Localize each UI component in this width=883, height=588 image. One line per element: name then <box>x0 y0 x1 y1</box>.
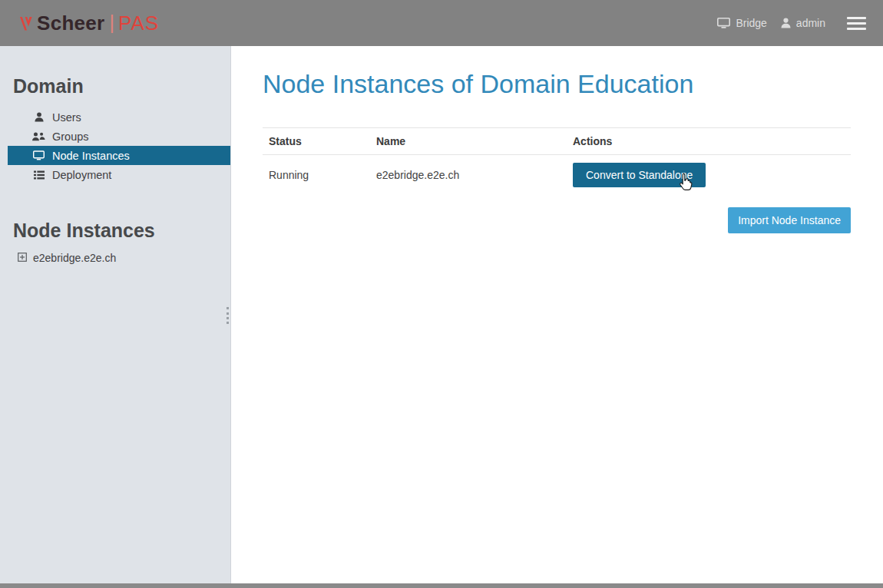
monitor-icon <box>32 150 45 160</box>
sidebar-item-groups[interactable]: Groups <box>8 127 230 146</box>
list-icon <box>32 170 45 180</box>
scheer-logo-icon <box>18 14 35 33</box>
monitor-icon <box>717 18 730 28</box>
tree-item-label: e2ebridge.e2e.ch <box>33 252 116 264</box>
column-header-name: Name <box>376 135 573 147</box>
import-button-row: Import Node Instance <box>263 207 851 233</box>
bridge-label: Bridge <box>736 17 766 29</box>
table-row: Running e2ebridge.e2e.ch Convert to Stan… <box>263 155 851 195</box>
column-header-actions: Actions <box>573 135 845 147</box>
user-icon <box>32 112 45 122</box>
sidebar-item-label: Groups <box>52 130 89 143</box>
sidebar-item-node-instances[interactable]: Node Instances <box>8 146 230 165</box>
column-header-status: Status <box>269 135 376 147</box>
node-instances-table: Status Name Actions Running e2ebridge.e2… <box>263 127 851 195</box>
bridge-menu[interactable]: Bridge <box>717 17 766 29</box>
scheer-pas-logo: Scheer | PAS <box>18 12 159 35</box>
sidebar-item-deployment[interactable]: Deployment <box>8 165 230 184</box>
main-content: Node Instances of Domain Education Statu… <box>231 46 883 583</box>
users-icon <box>32 132 45 141</box>
sidebar-resize-handle[interactable] <box>227 307 230 324</box>
sidebar-item-label: Users <box>52 111 81 124</box>
brand-product: PAS <box>118 12 159 35</box>
table-header-row: Status Name Actions <box>263 127 851 155</box>
sidebar-section-domain-title: Domain <box>13 75 230 97</box>
brand-divider: | <box>110 12 115 34</box>
user-menu[interactable]: admin <box>781 17 825 29</box>
main-layout: Domain Users Groups <box>0 46 883 583</box>
page-title: Node Instances of Domain Education <box>263 69 851 99</box>
username-label: admin <box>796 17 825 29</box>
sidebar-item-label: Deployment <box>52 169 111 181</box>
expand-plus-icon[interactable] <box>18 252 27 264</box>
convert-to-standalone-button[interactable]: Convert to Standalone <box>573 163 706 187</box>
sidebar-item-users[interactable]: Users <box>8 107 230 127</box>
top-header: Scheer | PAS Bridge admin <box>0 0 883 46</box>
sidebar: Domain Users Groups <box>0 46 231 583</box>
sidebar-section-node-instances-title: Node Instances <box>13 220 230 242</box>
tree-item-e2ebridge[interactable]: e2ebridge.e2e.ch <box>18 252 230 264</box>
header-right: Bridge admin <box>703 14 868 33</box>
name-cell: e2ebridge.e2e.ch <box>376 169 573 181</box>
import-node-instance-button[interactable]: Import Node Instance <box>728 207 851 233</box>
horizontal-scrollbar[interactable] <box>0 583 883 588</box>
hamburger-menu-icon[interactable] <box>845 14 868 33</box>
brand-name: Scheer <box>37 12 105 35</box>
user-icon <box>781 18 791 28</box>
actions-cell: Convert to Standalone <box>573 163 845 187</box>
sidebar-item-label: Node Instances <box>52 150 130 162</box>
status-cell: Running <box>269 169 376 181</box>
